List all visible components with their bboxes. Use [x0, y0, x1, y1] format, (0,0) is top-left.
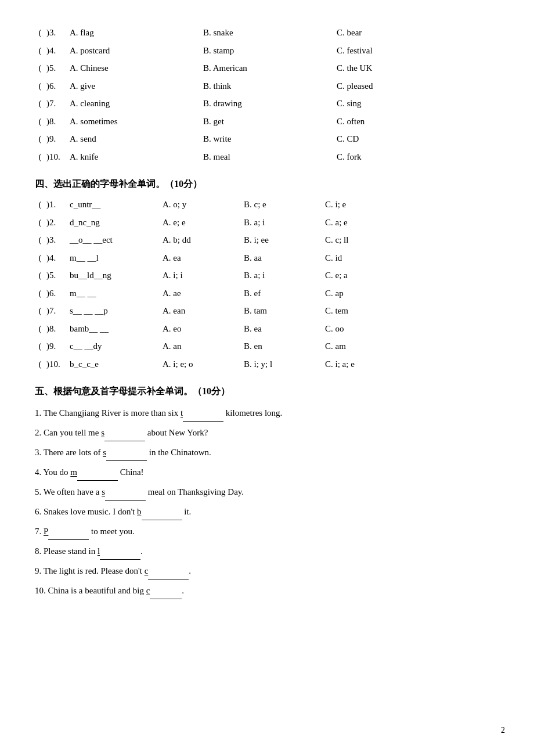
s5-q9: 9. The light is red. Please don't c. — [35, 562, 499, 579]
s5-q6: 6. Snakes love music. I don't b it. — [35, 503, 499, 520]
q3-5: ( )5. A. Chinese B. American C. the UK — [35, 60, 499, 77]
section5: 五、根据句意及首字母提示补全单词。（10分） 1. The Changjiang… — [35, 383, 499, 599]
s4-q6: ( )6. m__ __ A. ae B. ef C. ap — [35, 285, 499, 302]
s4-q7: ( )7. s__ __ __p A. ean B. tam C. tem — [35, 303, 499, 319]
q3-9: ( )9. A. send B. write C. CD — [35, 131, 499, 147]
s5-q3: 3. There are lots of s in the Chinatown. — [35, 444, 499, 461]
section5-title: 五、根据句意及首字母提示补全单词。（10分） — [35, 383, 499, 400]
section4-title: 四、选出正确的字母补全单词。（10分） — [35, 175, 499, 193]
s4-q5: ( )5. bu__ld__ng A. i; i B. a; i C. e; a — [35, 267, 499, 284]
s5-q10: 10. China is a beautiful and big c. — [35, 582, 499, 599]
s5-q4: 4. You do m China! — [35, 463, 499, 481]
s5-q5: 5. We often have a s meal on Thanksgivin… — [35, 483, 499, 501]
section3-questions: ( )3. A. flag B. snake C. bear ( )4. A. … — [35, 24, 499, 165]
s5-q2: 2. Can you tell me s about New York? — [35, 424, 499, 441]
s4-q3: ( )3. __o__ __ect A. b; dd B. i; ee C. c… — [35, 232, 499, 249]
q3-6: ( )6. A. give B. think C. pleased — [35, 78, 499, 95]
s4-q9: ( )9. c__ __dy A. an B. en C. am — [35, 338, 499, 355]
s4-q4: ( )4. m__ __l A. ea B. aa C. id — [35, 250, 499, 267]
s4-q8: ( )8. bamb__ __ A. eo B. ea C. oo — [35, 321, 499, 337]
s5-q1: 1. The Changjiang River is more than six… — [35, 404, 499, 422]
q3-4: ( )4. A. postcard B. stamp C. festival — [35, 42, 499, 59]
s5-q8: 8. Please stand in l. — [35, 542, 499, 560]
q3-10: ( )10. A. knife B. meal C. fork — [35, 149, 499, 165]
q3-3: ( )3. A. flag B. snake C. bear — [35, 24, 499, 41]
s4-q1: ( )1. c_untr__ A. o; y B. c; e C. i; e — [35, 196, 499, 213]
q3-7: ( )7. A. cleaning B. drawing C. sing — [35, 95, 499, 112]
section4: 四、选出正确的字母补全单词。（10分） ( )1. c_untr__ A. o;… — [35, 175, 499, 372]
s4-q10: ( )10. b_c_c_e A. i; e; o B. i; y; l C. … — [35, 356, 499, 373]
s5-q7: 7. P to meet you. — [35, 523, 499, 540]
q3-8: ( )8. A. sometimes B. get C. often — [35, 113, 499, 130]
s4-q2: ( )2. d_nc_ng A. e; e B. a; i C. a; e — [35, 214, 499, 231]
